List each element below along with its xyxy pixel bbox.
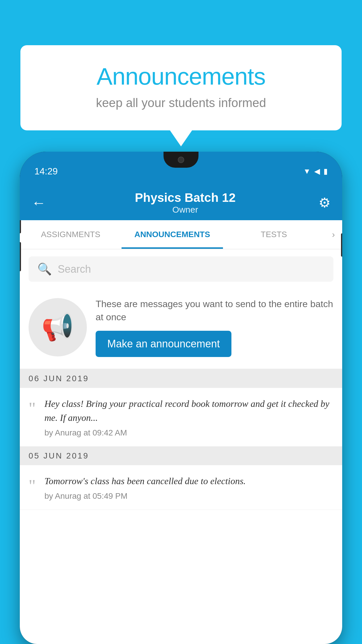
tab-tests[interactable]: TESTS (223, 220, 325, 249)
make-announcement-button[interactable]: Make an announcement (96, 331, 231, 357)
tabs-bar: ASSIGNMENTS ANNOUNCEMENTS TESTS › (20, 220, 342, 249)
tab-assignments[interactable]: ASSIGNMENTS (20, 220, 122, 249)
phone-frame: 14:29 ▼ ◀ ▮ ← Physics Batch 12 Owner ⚙ A… (20, 152, 342, 644)
announcements-title: Announcements (44, 63, 318, 90)
back-button[interactable]: ← (31, 194, 46, 211)
announcement-content-1: Hey class! Bring your practical record b… (45, 397, 334, 438)
announcement-text-1: Hey class! Bring your practical record b… (45, 397, 334, 425)
announcement-meta-1: by Anurag at 09:42 AM (45, 428, 334, 438)
batch-name: Physics Batch 12 (52, 191, 319, 205)
search-icon: 🔍 (37, 262, 52, 276)
camera (178, 157, 184, 163)
notch (164, 152, 198, 168)
announcements-subtitle: keep all your students informed (44, 96, 318, 110)
phone-screen: ← Physics Batch 12 Owner ⚙ ASSIGNMENTS A… (20, 185, 342, 644)
speech-bubble-card: Announcements keep all your students inf… (20, 45, 342, 130)
quote-icon: " (29, 400, 36, 417)
date-divider-june6: 06 JUN 2019 (20, 369, 342, 388)
announcement-text-2: Tomorrow's class has been cancelled due … (45, 474, 334, 488)
announcement-prompt: 📢 These are messages you want to send to… (20, 289, 342, 369)
app-bar: ← Physics Batch 12 Owner ⚙ (20, 185, 342, 220)
announcement-item-1: " Hey class! Bring your practical record… (20, 388, 342, 447)
search-bar[interactable]: 🔍 Search (29, 256, 333, 282)
announcement-meta-2: by Anurag at 05:49 PM (45, 491, 334, 501)
tab-more[interactable]: › (325, 220, 342, 249)
quote-icon-2: " (29, 477, 36, 494)
wifi-icon: ▼ (303, 167, 311, 176)
megaphone-circle: 📢 (29, 298, 87, 356)
announcement-content-2: Tomorrow's class has been cancelled due … (45, 474, 334, 501)
search-placeholder: Search (58, 263, 91, 275)
signal-icon: ◀ (314, 167, 320, 176)
batch-role: Owner (52, 205, 319, 215)
megaphone-icon: 📢 (41, 312, 74, 342)
app-bar-title-area: Physics Batch 12 Owner (52, 191, 319, 215)
battery-icon: ▮ (324, 167, 328, 176)
announcement-item-2: " Tomorrow's class has been cancelled du… (20, 465, 342, 510)
prompt-description: These are messages you want to send to t… (96, 298, 333, 324)
status-time: 14:29 (34, 166, 58, 177)
power-button (341, 233, 342, 257)
settings-button[interactable]: ⚙ (319, 195, 331, 211)
prompt-right: These are messages you want to send to t… (96, 298, 333, 357)
tab-announcements[interactable]: ANNOUNCEMENTS (122, 220, 223, 249)
date-divider-june5: 05 JUN 2019 (20, 447, 342, 465)
status-icons: ▼ ◀ ▮ (303, 167, 328, 176)
status-bar: 14:29 ▼ ◀ ▮ (20, 152, 342, 185)
speech-bubble: Announcements keep all your students inf… (20, 45, 342, 130)
